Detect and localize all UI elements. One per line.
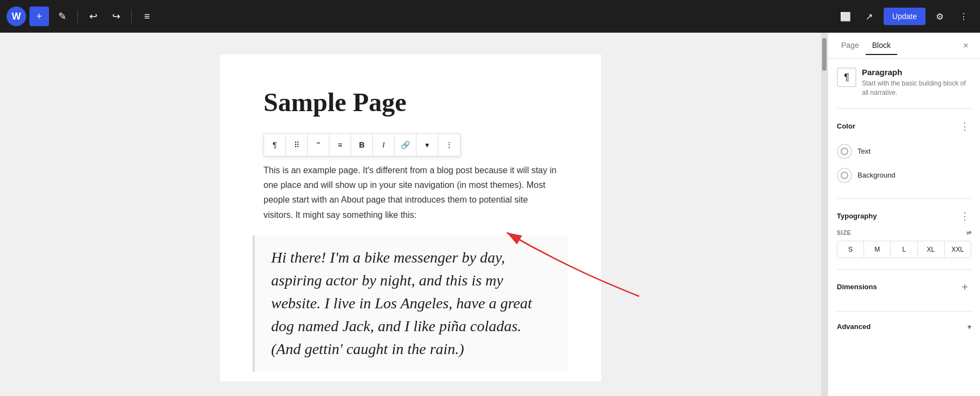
size-xxl-button[interactable]: XXL: [945, 241, 971, 258]
toolbar-separator: [77, 10, 78, 23]
block-type-description: Start with the basic building block of a…: [862, 79, 971, 98]
tab-group: Page Block: [835, 36, 897, 55]
color-more-button[interactable]: ⋮: [958, 120, 971, 133]
advanced-section-title: Advanced: [837, 322, 871, 331]
size-controls: S M L XL XXL: [837, 241, 971, 258]
undo-button[interactable]: ↩: [83, 7, 103, 26]
block-info: ¶ Paragraph Start with the basic buildin…: [837, 68, 971, 109]
block-more-button[interactable]: ⋮: [438, 134, 460, 156]
text-color-swatch[interactable]: [837, 144, 852, 159]
close-sidebar-button[interactable]: ×: [958, 38, 973, 53]
editor-content: Sample Page ¶ ⠿ ⌃ ≡ B I 🔗 ▾ ⋮ This is an…: [220, 54, 601, 381]
color-section: Color ⋮ Text Background: [837, 120, 971, 199]
top-toolbar: W + ✎ ↩ ↪ ≡ ⬜ ↗ Update ⚙ ⋮: [0, 0, 980, 33]
background-color-swatch[interactable]: [837, 168, 852, 183]
wordpress-logo[interactable]: W: [7, 7, 26, 26]
link-button[interactable]: 🔗: [395, 134, 416, 156]
color-swatch-inner: [841, 148, 848, 155]
size-filter-icon[interactable]: ⇌: [966, 229, 972, 236]
editor-area: Sample Page ¶ ⠿ ⌃ ≡ B I 🔗 ▾ ⋮ This is an…: [0, 33, 821, 396]
external-link-button[interactable]: ↗: [860, 7, 879, 26]
advanced-section: Advanced ▾: [837, 322, 971, 331]
edit-button[interactable]: ✎: [52, 7, 72, 26]
update-button[interactable]: Update: [884, 8, 926, 25]
typography-section-title: Typography: [837, 212, 877, 220]
size-s-button[interactable]: S: [837, 241, 864, 258]
typography-more-button[interactable]: ⋮: [958, 210, 971, 223]
dimensions-section-header: Dimensions +: [837, 281, 971, 294]
main-layout: Sample Page ¶ ⠿ ⌃ ≡ B I 🔗 ▾ ⋮ This is an…: [0, 33, 980, 396]
dimensions-section: Dimensions +: [837, 281, 971, 312]
toolbar-left: W + ✎ ↩ ↪ ≡: [7, 7, 157, 26]
typography-section: Typography ⋮ SIZE ⇌ S M L XL XXL: [837, 210, 971, 270]
tab-page[interactable]: Page: [835, 36, 866, 55]
advanced-chevron-icon: ▾: [967, 322, 971, 331]
typography-section-header: Typography ⋮: [837, 210, 971, 223]
quote-text: Hi there! I'm a bike messenger by day, a…: [271, 246, 552, 361]
alignment-button[interactable]: ≡: [329, 134, 351, 156]
desktop-view-button[interactable]: ⬜: [836, 7, 855, 26]
size-label-text: SIZE: [837, 229, 851, 236]
more-rich-button[interactable]: ▾: [416, 134, 438, 156]
page-title: Sample Page: [264, 87, 558, 117]
settings-button[interactable]: ⚙: [930, 7, 950, 26]
drag-handle-button[interactable]: ⠿: [286, 134, 308, 156]
italic-button[interactable]: I: [373, 134, 395, 156]
size-l-button[interactable]: L: [891, 241, 917, 258]
block-type-icon: ¶: [837, 68, 856, 87]
dimensions-section-title: Dimensions: [837, 283, 877, 291]
quote-block[interactable]: Hi there! I'm a bike messenger by day, a…: [253, 235, 568, 371]
list-view-button[interactable]: ≡: [137, 7, 157, 26]
paragraph-type-button[interactable]: ¶: [264, 134, 286, 156]
size-label: SIZE ⇌: [837, 229, 971, 236]
block-type-title: Paragraph: [862, 68, 971, 77]
add-block-button[interactable]: +: [29, 7, 49, 26]
bg-color-swatch-inner: [841, 172, 848, 179]
tab-block[interactable]: Block: [866, 36, 897, 55]
background-color-row: Background: [837, 163, 971, 187]
bold-button[interactable]: B: [351, 134, 373, 156]
background-color-label: Background: [857, 171, 895, 179]
block-info-text: Paragraph Start with the basic building …: [862, 68, 971, 98]
sidebar-tabs: Page Block ×: [828, 33, 980, 59]
color-section-header: Color ⋮: [837, 120, 971, 133]
redo-button[interactable]: ↪: [106, 7, 126, 26]
scrollbar-track[interactable]: [821, 33, 828, 396]
size-m-button[interactable]: M: [864, 241, 891, 258]
toolbar-right: ⬜ ↗ Update ⚙ ⋮: [836, 7, 973, 26]
right-sidebar: Page Block × ¶ Paragraph Start with the …: [828, 33, 980, 396]
paragraph-block[interactable]: This is an example page. It's different …: [264, 163, 558, 222]
size-xl-button[interactable]: XL: [918, 241, 945, 258]
toolbar-separator-2: [131, 10, 132, 23]
text-color-row: Text: [837, 139, 971, 163]
advanced-section-header[interactable]: Advanced ▾: [837, 322, 971, 331]
dimensions-add-button[interactable]: +: [958, 281, 971, 294]
block-toolbar: ¶ ⠿ ⌃ ≡ B I 🔗 ▾ ⋮: [264, 133, 461, 156]
color-section-title: Color: [837, 122, 855, 130]
more-options-button[interactable]: ⋮: [954, 7, 973, 26]
sidebar-content: ¶ Paragraph Start with the basic buildin…: [828, 59, 980, 396]
text-color-label: Text: [857, 147, 871, 155]
scrollbar-thumb[interactable]: [822, 38, 826, 71]
move-arrows-button[interactable]: ⌃: [308, 134, 329, 156]
